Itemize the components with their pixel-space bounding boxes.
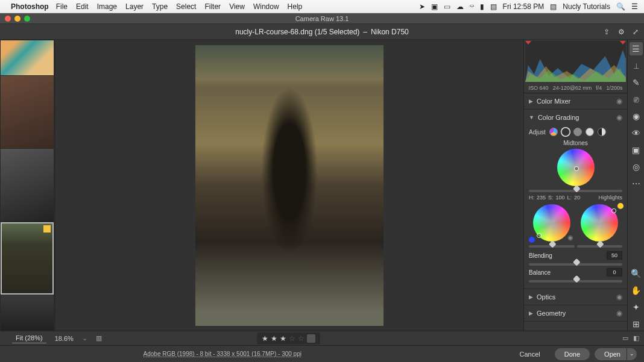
brush-tool-icon[interactable]: ⎚ [630, 93, 643, 106]
shadow-clip-icon[interactable] [525, 41, 531, 45]
adjust-midtones-button[interactable] [573, 128, 582, 136]
histogram[interactable] [525, 41, 626, 82]
menu-help[interactable]: Help [288, 2, 303, 11]
adjust-highlights-button[interactable] [586, 128, 594, 136]
menu-file[interactable]: File [56, 2, 68, 11]
star-3[interactable]: ★ [280, 334, 286, 343]
menu-type[interactable]: Type [152, 2, 168, 11]
before-after-icon[interactable]: ◧ [633, 334, 639, 342]
section-header-optics[interactable]: ▶ Optics ◉ [524, 289, 627, 305]
midtones-luminance-slider[interactable] [529, 190, 622, 192]
star-4[interactable]: ☆ [289, 334, 295, 343]
image-canvas[interactable] [55, 40, 523, 331]
section-color-grading: ▼ Color Grading ◉ Adjust Midtones [524, 110, 627, 289]
mask-tool-icon[interactable]: ▣ [630, 143, 643, 157]
adjust-3way-button[interactable] [549, 128, 558, 136]
user-flag-icon[interactable]: ▤ [550, 2, 557, 11]
filmstrip[interactable] [0, 40, 55, 331]
section-title: Geometry [537, 310, 566, 317]
share-icon[interactable]: ⇪ [602, 27, 611, 37]
midtones-color-wheel[interactable] [557, 149, 595, 186]
shadows-color-wheel[interactable] [533, 204, 570, 242]
menubar-clock[interactable]: Fri 12:58 PM [503, 2, 545, 11]
open-button[interactable]: Open [595, 348, 627, 360]
shadows-luminance-slider[interactable] [529, 245, 575, 248]
flag-icon[interactable]: ▤ [490, 2, 497, 11]
single-view-icon[interactable]: ▭ [622, 334, 628, 342]
thumbnail[interactable] [1, 295, 54, 330]
blending-slider[interactable] [529, 263, 622, 266]
grid-tool-icon[interactable]: ⊞ [630, 317, 643, 331]
star-1[interactable]: ★ [262, 334, 268, 343]
wheel-marker[interactable] [537, 233, 541, 238]
fullscreen-icon[interactable]: ⤢ [631, 27, 640, 37]
visibility-icon[interactable]: ◉ [616, 113, 622, 122]
open-dropdown-icon[interactable]: ⌄ [627, 348, 637, 360]
thumbnail[interactable] [1, 76, 54, 148]
camera-model: Nikon D750 [371, 28, 409, 36]
minimize-window-icon[interactable] [14, 16, 21, 22]
menu-layer[interactable]: Layer [125, 2, 144, 11]
sampler-tool-icon[interactable]: ✦ [630, 301, 643, 314]
wifi-icon[interactable]: ⌔ [470, 2, 474, 11]
visibility-icon[interactable]: ◉ [616, 309, 622, 317]
cc-icon[interactable]: ☁ [456, 2, 464, 11]
visibility-icon[interactable]: ◉ [616, 97, 622, 105]
menu-filter[interactable]: Filter [204, 2, 221, 11]
highlights-color-wheel[interactable] [581, 204, 618, 242]
star-5[interactable]: ☆ [298, 334, 305, 343]
visibility-icon[interactable]: ◉ [567, 234, 573, 242]
close-window-icon[interactable] [5, 16, 11, 22]
edit-tool-icon[interactable]: ☰ [630, 42, 643, 55]
thumbnail-selected[interactable] [1, 222, 54, 295]
done-button[interactable]: Done [555, 348, 590, 360]
cancel-button[interactable]: Cancel [510, 348, 550, 360]
adjust-global-button[interactable] [598, 128, 606, 136]
highlights-luminance-slider[interactable] [577, 245, 623, 248]
recorder-icon[interactable]: ▣ [431, 2, 438, 11]
balance-slider[interactable] [529, 280, 622, 282]
battery-icon[interactable]: ▮ [480, 2, 484, 11]
display-icon[interactable]: ▭ [444, 2, 450, 11]
compare-icon[interactable]: ▥ [96, 334, 102, 342]
blending-value[interactable]: 50 [607, 251, 622, 260]
wheel-marker[interactable] [574, 166, 579, 171]
zoom-window-icon[interactable] [24, 16, 30, 22]
heal-tool-icon[interactable]: ✎ [630, 76, 643, 89]
eye-tool-icon[interactable]: 👁 [630, 126, 643, 140]
workflow-options-link[interactable]: Adobe RGB (1998) - 8 bit - 3338 x 5001 (… [144, 351, 301, 357]
section-header-geometry[interactable]: ▶ Geometry ◉ [524, 305, 627, 321]
menu-window[interactable]: Window [253, 2, 279, 11]
exif-iso: ISO 640 [529, 85, 549, 91]
adjust-shadows-button[interactable] [561, 128, 570, 136]
wheel-marker[interactable] [611, 208, 616, 213]
radial-tool-icon[interactable]: ◉ [630, 110, 643, 123]
hand-tool-icon[interactable]: ✋ [630, 284, 643, 297]
star-2[interactable]: ★ [271, 334, 277, 343]
thumbnail[interactable] [1, 40, 54, 75]
highlight-clip-icon[interactable] [620, 41, 626, 45]
settings-icon[interactable]: ⚙ [616, 27, 626, 37]
zoom-fit-select[interactable]: Fit (28%) [12, 333, 46, 343]
color-label-picker[interactable] [307, 334, 315, 343]
section-header-color-mixer[interactable]: ▶ Color Mixer ◉ [524, 93, 627, 109]
redeye-tool-icon[interactable]: ◎ [630, 160, 643, 173]
menubar-user[interactable]: Nucly Tutorials [563, 2, 610, 11]
menu-image[interactable]: Image [97, 2, 117, 11]
spotlight-icon[interactable]: 🔍 [616, 2, 625, 11]
menu-view[interactable]: View [229, 2, 245, 11]
control-center-icon[interactable]: ☰ [631, 2, 638, 11]
section-header-color-grading[interactable]: ▼ Color Grading ◉ [524, 110, 627, 125]
thumbnail[interactable] [1, 149, 54, 221]
menu-select[interactable]: Select [176, 2, 196, 11]
presets-tool-icon[interactable]: ⋯ [630, 177, 643, 190]
balance-value[interactable]: 0 [607, 268, 622, 276]
crop-tool-icon[interactable]: ⟂ [630, 59, 643, 72]
zoom-percent[interactable]: 18.6% [55, 335, 74, 342]
visibility-icon[interactable]: ◉ [616, 293, 622, 301]
app-name[interactable]: Photoshop [11, 2, 49, 11]
location-icon[interactable]: ➤ [419, 2, 425, 11]
zoom-dropdown-icon[interactable]: ⌄ [82, 334, 87, 342]
menu-edit[interactable]: Edit [76, 2, 89, 11]
zoom-tool-icon[interactable]: 🔍 [630, 267, 643, 280]
